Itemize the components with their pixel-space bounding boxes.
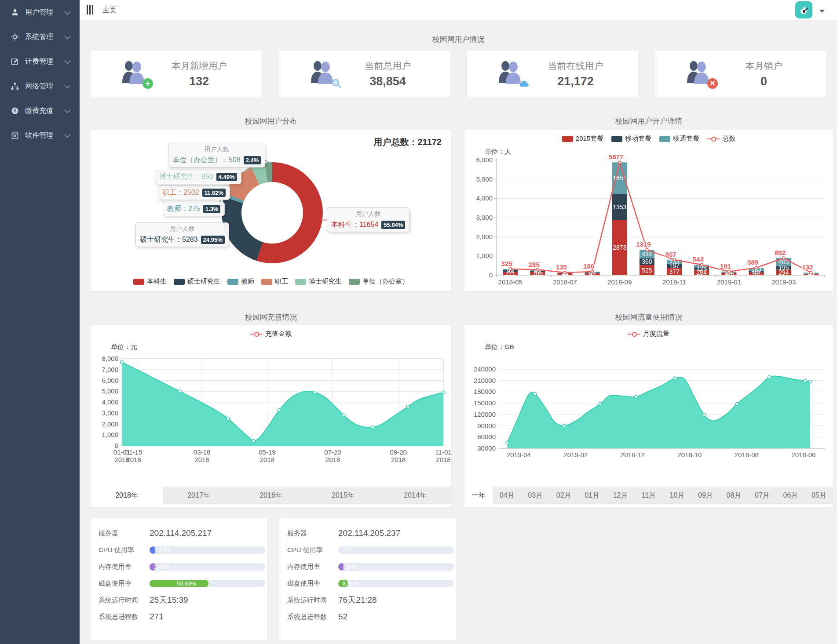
- avatar[interactable]: [795, 1, 812, 18]
- legend-item[interactable]: 博士研究生: [295, 277, 342, 286]
- legend-label: 硕士研究生: [187, 277, 220, 286]
- legend-item-total[interactable]: 总数: [707, 135, 735, 143]
- sidebar: 用户管理 系统管理 计费管理 网络管理 ¥: [0, 0, 80, 644]
- callout-text: 硕士研究生：5283: [140, 235, 198, 244]
- tab-04月[interactable]: 04月: [493, 487, 521, 504]
- tab-06月[interactable]: 06月: [776, 487, 804, 504]
- svg-text:186: 186: [583, 262, 594, 270]
- svg-text:5877: 5877: [609, 153, 623, 160]
- svg-text:4,000: 4,000: [476, 194, 493, 202]
- legend-swatch-icon: [562, 136, 573, 142]
- legend-swatch-icon: [659, 136, 670, 142]
- tab-2018年[interactable]: 2018年: [91, 487, 163, 504]
- breadcrumb[interactable]: 主页: [102, 6, 117, 15]
- sidebar-item-payment-recharge[interactable]: ¥ 缴费充值: [0, 98, 80, 123]
- tab-01月[interactable]: 01月: [578, 487, 606, 504]
- legend-item[interactable]: 单位（办公室）: [349, 277, 409, 286]
- recharge-chart-panel: 充值金额 单位：元 01,0002,0003,0004,0005,0006,00…: [91, 325, 451, 507]
- legend-swatch-icon: [295, 279, 306, 285]
- tab-12月[interactable]: 12月: [606, 487, 634, 504]
- tab-2017年[interactable]: 2017年: [163, 487, 235, 504]
- svg-text:2018-11: 2018-11: [662, 278, 686, 286]
- svg-text:2019-04: 2019-04: [507, 451, 531, 458]
- tab-11月[interactable]: 11月: [635, 487, 663, 504]
- callout-text: 单位（办公室）：508: [172, 156, 241, 165]
- svg-text:2,000: 2,000: [102, 420, 118, 428]
- accounts-bar-chart[interactable]: 01,0002,0003,0004,0005,0006,0002018-0520…: [464, 130, 833, 291]
- legend-item[interactable]: 硕士研究生: [174, 277, 220, 286]
- software-icon: [11, 131, 19, 140]
- legend-item[interactable]: 教师: [227, 277, 254, 286]
- users-group-icon: [497, 60, 530, 89]
- callout-text: 职工：2502: [162, 188, 199, 197]
- overview-section-title: 校园网用户情况: [80, 34, 837, 44]
- legend-item-recharge[interactable]: 充值金额: [250, 330, 292, 338]
- svg-text:3,000: 3,000: [476, 214, 493, 221]
- svg-text:90000: 90000: [477, 422, 496, 429]
- tab-2014年[interactable]: 2014年: [379, 487, 451, 504]
- user-menu-caret-icon[interactable]: [819, 10, 825, 13]
- sidebar-item-system-mgmt[interactable]: 系统管理: [0, 25, 80, 49]
- svg-text:2018: 2018: [391, 456, 406, 463]
- legend-item[interactable]: 联通套餐: [659, 135, 699, 143]
- stat-card-value: 21,172: [530, 75, 621, 88]
- callout-pct-badge: 2.4%: [244, 156, 261, 164]
- plus-badge-icon: +: [143, 78, 153, 89]
- legend-item[interactable]: 移动套餐: [611, 135, 651, 143]
- chevron-down-icon: [64, 9, 70, 15]
- legend-item[interactable]: 本科生: [133, 277, 167, 286]
- disk-label: 磁盘使用率: [99, 579, 150, 588]
- legend-swatch-icon: [227, 279, 238, 285]
- uptime-label: 系统运行时间: [287, 596, 338, 604]
- sidebar-item-software-mgmt[interactable]: 软件管理: [0, 123, 80, 148]
- tab-05月[interactable]: 05月: [805, 487, 833, 504]
- legend-item-traffic[interactable]: 月度流量: [628, 330, 669, 338]
- svg-text:191: 191: [720, 262, 731, 270]
- traffic-area-chart[interactable]: 3000060000900001200001500001800002100002…: [464, 325, 833, 488]
- svg-text:1,000: 1,000: [476, 252, 493, 259]
- sidebar-toggle-icon[interactable]: [87, 5, 93, 15]
- svg-text:4,000: 4,000: [102, 398, 118, 406]
- callout-text: 博士研究生：950: [159, 172, 213, 182]
- disk-progress-bar: 8.92%: [338, 580, 454, 587]
- svg-text:210000: 210000: [474, 377, 496, 384]
- svg-text:1,000: 1,000: [102, 431, 118, 438]
- tab-2016年[interactable]: 2016年: [235, 487, 307, 504]
- dashboard-page: 用户管理 系统管理 计费管理 网络管理 ¥: [0, 0, 837, 644]
- tab-10月[interactable]: 10月: [663, 487, 691, 504]
- sidebar-item-network-mgmt[interactable]: 网络管理: [0, 74, 80, 98]
- cloud-badge-icon: [519, 78, 530, 89]
- cpu-value: 0%: [343, 547, 351, 553]
- tab-02月[interactable]: 02月: [549, 487, 577, 504]
- network-icon: [11, 82, 19, 91]
- cpu-progress-bar: 0%: [338, 546, 454, 554]
- memory-label: 内存使用率: [287, 563, 338, 571]
- payment-icon: ¥: [11, 106, 19, 115]
- line-marker-icon: [628, 331, 640, 337]
- tab-2015年[interactable]: 2015年: [307, 487, 379, 504]
- disk-label: 磁盘使用率: [287, 579, 338, 588]
- callout-header: 用户人数: [172, 145, 261, 155]
- donut-callout-master: 用户人数 硕士研究生：528324.95%: [135, 222, 229, 247]
- recharge-area-chart[interactable]: 01,0002,0003,0004,0005,0006,0007,0008,00…: [91, 325, 451, 488]
- svg-text:2018: 2018: [126, 456, 141, 463]
- stat-card-closed-accounts: ✕ 本月销户 0: [655, 51, 826, 98]
- sidebar-item-billing-mgmt[interactable]: 计费管理: [0, 49, 80, 74]
- tab-07月[interactable]: 07月: [748, 487, 776, 504]
- legend-item[interactable]: 2015套餐: [562, 135, 603, 143]
- legend-label: 联通套餐: [673, 135, 699, 143]
- svg-text:5,000: 5,000: [102, 387, 118, 395]
- topbar: 主页: [80, 0, 837, 20]
- tab-一年[interactable]: 一年: [464, 487, 493, 504]
- tab-09月[interactable]: 09月: [691, 487, 720, 504]
- sidebar-item-user-mgmt[interactable]: 用户管理: [0, 0, 80, 25]
- legend-label: 移动套餐: [625, 135, 651, 143]
- tab-08月[interactable]: 08月: [720, 487, 748, 504]
- stat-card-label: 本月销户: [719, 60, 809, 72]
- total-users-label: 用户总数：21172: [373, 136, 442, 148]
- donut-callout-teacher: 教师：2751.3%: [163, 202, 225, 216]
- svg-text:325: 325: [501, 260, 512, 267]
- legend-item[interactable]: 职工: [261, 277, 288, 286]
- tab-03月[interactable]: 03月: [521, 487, 549, 504]
- svg-text:2018-08: 2018-08: [735, 451, 759, 458]
